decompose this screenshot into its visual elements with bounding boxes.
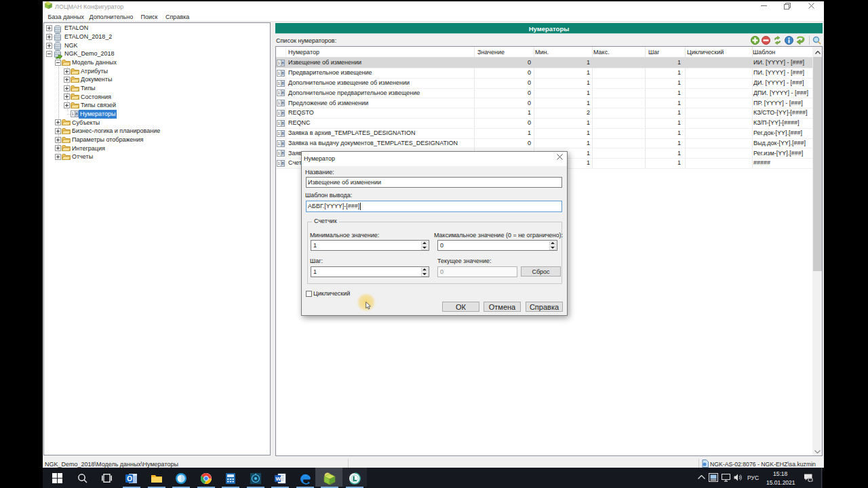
svg-text:W: W: [276, 476, 281, 482]
svg-text:O: O: [127, 475, 132, 483]
